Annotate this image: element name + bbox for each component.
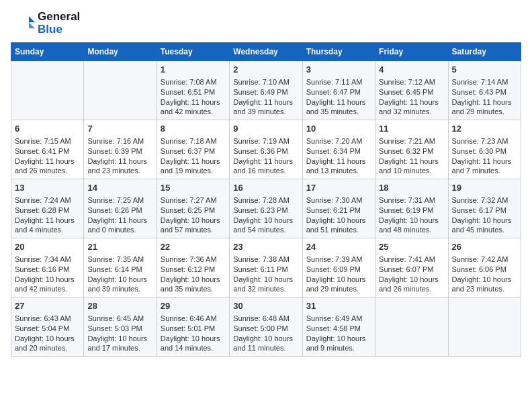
day-info: Sunset: 6:36 PM [233, 146, 298, 156]
calendar-week-row: 1Sunrise: 7:08 AMSunset: 6:51 PMDaylight… [11, 61, 521, 120]
svg-marker-2 [29, 22, 35, 28]
calendar-cell: 11Sunrise: 7:21 AMSunset: 6:32 PMDayligh… [375, 120, 448, 179]
calendar-cell: 10Sunrise: 7:20 AMSunset: 6:34 PMDayligh… [302, 120, 375, 179]
day-number: 9 [233, 123, 298, 135]
day-info: Sunrise: 6:45 AM [87, 314, 152, 324]
day-number: 5 [452, 64, 517, 76]
day-info: Daylight: 10 hours and 32 minutes. [233, 275, 298, 295]
calendar-cell [84, 61, 157, 120]
day-info: Sunset: 6:32 PM [379, 146, 444, 156]
day-info: Sunrise: 7:11 AM [306, 77, 371, 87]
calendar-week-row: 20Sunrise: 7:34 AMSunset: 6:16 PMDayligh… [11, 238, 521, 298]
day-info: Sunset: 6:47 PM [306, 87, 371, 97]
logo-text: General Blue [38, 11, 80, 36]
day-number: 12 [452, 123, 517, 135]
weekday-header-tuesday: Tuesday [157, 43, 229, 61]
day-info: Sunset: 6:07 PM [379, 265, 444, 275]
day-info: Sunset: 6:39 PM [87, 146, 152, 156]
day-info: Sunrise: 7:32 AM [452, 195, 517, 205]
day-info: Sunrise: 7:20 AM [306, 136, 371, 146]
calendar-cell: 3Sunrise: 7:11 AMSunset: 6:47 PMDaylight… [302, 61, 375, 120]
day-info: Sunrise: 7:25 AM [87, 195, 152, 205]
day-info: Sunrise: 7:23 AM [452, 136, 517, 146]
calendar-cell [448, 298, 521, 357]
day-info: Daylight: 10 hours and 39 minutes. [87, 275, 152, 295]
day-number: 1 [161, 64, 226, 76]
calendar-cell: 26Sunrise: 7:42 AMSunset: 6:06 PMDayligh… [448, 238, 521, 298]
weekday-header-thursday: Thursday [302, 43, 375, 61]
weekday-header-monday: Monday [84, 43, 157, 61]
day-info: Daylight: 10 hours and 20 minutes. [15, 334, 80, 354]
calendar-cell: 2Sunrise: 7:10 AMSunset: 6:49 PMDaylight… [230, 61, 302, 120]
day-number: 18 [379, 182, 444, 194]
day-info: Sunset: 6:16 PM [15, 265, 80, 275]
calendar-cell [375, 298, 448, 357]
day-number: 15 [161, 182, 226, 194]
calendar-cell: 20Sunrise: 7:34 AMSunset: 6:16 PMDayligh… [11, 238, 84, 298]
day-info: Sunset: 6:25 PM [161, 205, 226, 216]
day-info: Sunrise: 6:46 AM [161, 314, 226, 324]
day-number: 19 [452, 182, 517, 194]
day-info: Sunrise: 7:18 AM [161, 136, 226, 146]
calendar-cell: 16Sunrise: 7:28 AMSunset: 6:23 PMDayligh… [230, 179, 302, 238]
day-number: 4 [379, 64, 444, 76]
day-info: Daylight: 11 hours and 29 minutes. [452, 97, 517, 118]
day-info: Sunset: 6:45 PM [379, 87, 444, 97]
day-info: Sunrise: 7:28 AM [233, 195, 298, 205]
day-info: Daylight: 11 hours and 42 minutes. [161, 97, 226, 118]
day-info: Daylight: 11 hours and 7 minutes. [452, 156, 517, 177]
day-info: Daylight: 11 hours and 16 minutes. [233, 156, 298, 177]
day-number: 26 [452, 241, 517, 253]
day-info: Daylight: 10 hours and 9 minutes. [306, 334, 371, 354]
day-info: Sunset: 6:30 PM [452, 146, 517, 156]
day-info: Sunset: 5:03 PM [87, 324, 152, 334]
day-number: 22 [161, 241, 226, 253]
day-info: Daylight: 10 hours and 23 minutes. [452, 275, 517, 295]
day-number: 17 [306, 182, 371, 194]
day-info: Sunset: 6:14 PM [87, 265, 152, 275]
day-info: Daylight: 11 hours and 35 minutes. [306, 97, 371, 118]
day-info: Daylight: 10 hours and 57 minutes. [161, 216, 226, 236]
day-info: Sunset: 6:09 PM [306, 265, 371, 275]
day-info: Sunrise: 7:15 AM [15, 136, 80, 146]
day-number: 21 [87, 241, 152, 253]
calendar-week-row: 13Sunrise: 7:24 AMSunset: 6:28 PMDayligh… [11, 179, 521, 238]
day-info: Sunrise: 7:19 AM [233, 136, 298, 146]
calendar-table: SundayMondayTuesdayWednesdayThursdayFrid… [11, 42, 521, 357]
calendar-cell: 23Sunrise: 7:38 AMSunset: 6:11 PMDayligh… [230, 238, 302, 298]
day-info: Sunrise: 6:49 AM [306, 314, 371, 324]
day-info: Daylight: 11 hours and 39 minutes. [233, 97, 298, 118]
day-info: Daylight: 10 hours and 29 minutes. [306, 275, 371, 295]
day-info: Daylight: 10 hours and 14 minutes. [161, 334, 226, 354]
day-info: Sunrise: 7:24 AM [15, 195, 80, 205]
day-number: 20 [15, 241, 80, 253]
day-info: Sunrise: 7:35 AM [87, 255, 152, 265]
calendar-cell: 27Sunrise: 6:43 AMSunset: 5:04 PMDayligh… [11, 298, 84, 357]
day-info: Daylight: 11 hours and 23 minutes. [87, 156, 152, 177]
day-info: Daylight: 10 hours and 26 minutes. [379, 275, 444, 295]
day-number: 31 [306, 300, 371, 312]
day-info: Sunset: 6:23 PM [233, 205, 298, 216]
day-info: Sunrise: 7:27 AM [161, 195, 226, 205]
weekday-header-friday: Friday [375, 43, 448, 61]
day-info: Sunrise: 6:43 AM [15, 314, 80, 324]
day-number: 8 [161, 123, 226, 135]
calendar-cell: 4Sunrise: 7:12 AMSunset: 6:45 PMDaylight… [375, 61, 448, 120]
calendar-cell: 29Sunrise: 6:46 AMSunset: 5:01 PMDayligh… [157, 298, 229, 357]
calendar-cell: 14Sunrise: 7:25 AMSunset: 6:26 PMDayligh… [84, 179, 157, 238]
calendar-cell: 8Sunrise: 7:18 AMSunset: 6:37 PMDaylight… [157, 120, 229, 179]
logo-icon [11, 11, 35, 36]
day-number: 10 [306, 123, 371, 135]
calendar-header-row: SundayMondayTuesdayWednesdayThursdayFrid… [11, 43, 521, 61]
day-number: 13 [15, 182, 80, 194]
calendar-cell: 22Sunrise: 7:36 AMSunset: 6:12 PMDayligh… [157, 238, 229, 298]
calendar-cell [11, 61, 84, 120]
day-info: Daylight: 10 hours and 17 minutes. [87, 334, 152, 354]
day-info: Sunset: 6:19 PM [379, 205, 444, 216]
day-info: Daylight: 10 hours and 42 minutes. [15, 275, 80, 295]
day-number: 24 [306, 241, 371, 253]
calendar-cell: 15Sunrise: 7:27 AMSunset: 6:25 PMDayligh… [157, 179, 229, 238]
calendar-cell: 13Sunrise: 7:24 AMSunset: 6:28 PMDayligh… [11, 179, 84, 238]
day-info: Sunrise: 7:16 AM [87, 136, 152, 146]
day-info: Sunrise: 7:14 AM [452, 77, 517, 87]
